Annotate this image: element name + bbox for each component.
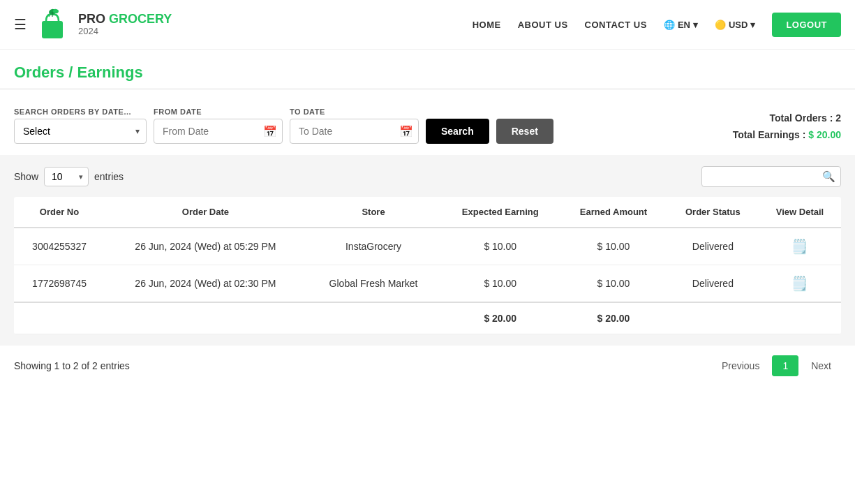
nav-about[interactable]: ABOUT US bbox=[518, 20, 568, 30]
svg-rect-0 bbox=[42, 21, 63, 38]
total-empty-2 bbox=[105, 302, 306, 334]
currency-label: USD bbox=[729, 20, 748, 30]
entries-select-wrapper: 10 25 50 100 ▾ bbox=[44, 167, 89, 186]
to-date-input[interactable] bbox=[290, 119, 419, 144]
cell-earned-amount: $ 10.00 bbox=[560, 265, 667, 303]
currency-button[interactable]: 🟡 USD ▾ bbox=[715, 20, 755, 30]
cell-store: Global Fresh Market bbox=[306, 265, 441, 303]
cell-store: InstaGrocery bbox=[306, 228, 441, 265]
showing-text: Showing 1 to 2 of 2 entries bbox=[14, 360, 130, 371]
cell-expected-earning: $ 10.00 bbox=[440, 228, 560, 265]
view-detail-icon[interactable]: 🗒️ bbox=[791, 239, 808, 254]
col-order-date: Order Date bbox=[105, 197, 306, 228]
search-orders-group: SEARCH ORDERS BY DATE... Select Today Ye… bbox=[14, 108, 147, 144]
col-order-no: Order No bbox=[14, 197, 105, 228]
view-detail-icon[interactable]: 🗒️ bbox=[791, 276, 808, 291]
total-earnings-value: $ 20.00 bbox=[808, 129, 841, 140]
col-order-status: Order Status bbox=[667, 197, 759, 228]
logo-brand: PRO GROCERY bbox=[78, 13, 172, 27]
logo-year: 2024 bbox=[78, 27, 172, 36]
logout-button[interactable]: LOGOUT bbox=[772, 13, 841, 37]
table-controls: Show 10 25 50 100 ▾ entries 🔍 bbox=[14, 166, 841, 187]
col-view-detail: View Detail bbox=[759, 197, 841, 228]
search-orders-label: SEARCH ORDERS BY DATE... bbox=[14, 108, 147, 116]
header-left: ☰ PRO GROCERY 2024 bbox=[14, 7, 172, 42]
show-label: Show bbox=[14, 171, 38, 182]
total-expected: $ 20.00 bbox=[440, 302, 560, 334]
from-date-group: FROM DATE 📅 bbox=[154, 108, 283, 144]
hamburger-icon[interactable]: ☰ bbox=[14, 16, 27, 33]
cell-view-detail[interactable]: 🗒️ bbox=[759, 228, 841, 265]
nav-contact[interactable]: CONTACT US bbox=[585, 20, 647, 30]
logo-icon bbox=[35, 7, 70, 42]
currency-chevron-icon: ▾ bbox=[750, 20, 755, 30]
to-date-group: TO DATE 📅 bbox=[290, 108, 419, 144]
entries-label: entries bbox=[94, 171, 124, 182]
cell-view-detail[interactable]: 🗒️ bbox=[759, 265, 841, 303]
total-empty-1 bbox=[14, 302, 105, 334]
table-search-wrapper: 🔍 bbox=[701, 166, 841, 187]
lang-icon: 🌐 bbox=[664, 20, 675, 30]
col-store: Store bbox=[306, 197, 441, 228]
total-orders-label: Total Orders : bbox=[770, 112, 836, 124]
filter-section: SEARCH ORDERS BY DATE... Select Today Ye… bbox=[0, 101, 855, 155]
cell-earned-amount: $ 10.00 bbox=[560, 228, 667, 265]
page-title: Orders / Earnings bbox=[0, 50, 855, 89]
totals-box: Total Orders : 2 Total Earnings : $ 20.0… bbox=[733, 110, 841, 144]
date-filter-select[interactable]: Select Today Yesterday This Week This Mo… bbox=[14, 119, 147, 144]
total-earned: $ 20.00 bbox=[560, 302, 667, 334]
cell-order-status: Delivered bbox=[667, 228, 759, 265]
total-orders-value: 2 bbox=[835, 112, 841, 124]
nav-home[interactable]: HOME bbox=[473, 20, 501, 30]
lang-label: EN bbox=[678, 20, 690, 30]
next-button[interactable]: Next bbox=[801, 356, 841, 376]
pagination-section: Showing 1 to 2 of 2 entries Previous 1 N… bbox=[0, 346, 855, 386]
total-earnings-line: Total Earnings : $ 20.00 bbox=[733, 127, 841, 144]
from-date-label: FROM DATE bbox=[154, 108, 283, 116]
from-date-wrapper: 📅 bbox=[154, 119, 283, 144]
table-search-icon-button[interactable]: 🔍 bbox=[822, 170, 835, 183]
previous-button[interactable]: Previous bbox=[712, 356, 769, 376]
col-expected-earning: Expected Earning bbox=[440, 197, 560, 228]
from-date-input[interactable] bbox=[154, 119, 283, 144]
logo-text: PRO GROCERY 2024 bbox=[78, 13, 172, 36]
total-empty-4 bbox=[667, 302, 759, 334]
reset-button[interactable]: Reset bbox=[496, 119, 553, 144]
cell-expected-earning: $ 10.00 bbox=[440, 265, 560, 303]
header: ☰ PRO GROCERY 2024 HOME ABOUT US CONTACT… bbox=[0, 0, 855, 50]
cell-order-date: 26 Jun, 2024 (Wed) at 02:30 PM bbox=[105, 265, 306, 303]
table-row: 1772698745 26 Jun, 2024 (Wed) at 02:30 P… bbox=[14, 265, 841, 303]
lang-chevron-icon: ▾ bbox=[693, 20, 698, 30]
total-row: $ 20.00 $ 20.00 bbox=[14, 302, 841, 334]
entries-select[interactable]: 10 25 50 100 bbox=[44, 167, 89, 186]
search-button[interactable]: Search bbox=[426, 119, 489, 144]
show-entries: Show 10 25 50 100 ▾ entries bbox=[14, 167, 124, 186]
table-section: Show 10 25 50 100 ▾ entries 🔍 Order No O… bbox=[0, 155, 855, 346]
cell-order-status: Delivered bbox=[667, 265, 759, 303]
language-button[interactable]: 🌐 EN ▾ bbox=[664, 20, 698, 30]
total-orders-line: Total Orders : 2 bbox=[733, 110, 841, 127]
currency-icon: 🟡 bbox=[715, 20, 726, 30]
page-1-button[interactable]: 1 bbox=[772, 355, 798, 376]
table-search-input[interactable] bbox=[701, 166, 841, 187]
cell-order-no: 1772698745 bbox=[14, 265, 105, 303]
header-nav: HOME ABOUT US CONTACT US 🌐 EN ▾ 🟡 USD ▾ … bbox=[473, 13, 841, 37]
header-row: Order No Order Date Store Expected Earni… bbox=[14, 197, 841, 228]
table-header: Order No Order Date Store Expected Earni… bbox=[14, 197, 841, 228]
to-date-label: TO DATE bbox=[290, 108, 419, 116]
cell-order-date: 26 Jun, 2024 (Wed) at 05:29 PM bbox=[105, 228, 306, 265]
cell-order-no: 3004255327 bbox=[14, 228, 105, 265]
select-wrapper: Select Today Yesterday This Week This Mo… bbox=[14, 119, 147, 144]
total-earnings-label: Total Earnings : bbox=[733, 129, 809, 140]
total-empty-5 bbox=[759, 302, 841, 334]
orders-table: Order No Order Date Store Expected Earni… bbox=[14, 197, 841, 334]
table-row: 3004255327 26 Jun, 2024 (Wed) at 05:29 P… bbox=[14, 228, 841, 265]
col-earned-amount: Earned Amount bbox=[560, 197, 667, 228]
table-body: 3004255327 26 Jun, 2024 (Wed) at 05:29 P… bbox=[14, 228, 841, 334]
divider bbox=[0, 89, 855, 89]
pagination-controls: Previous 1 Next bbox=[712, 355, 841, 376]
total-empty-3 bbox=[306, 302, 441, 334]
to-date-wrapper: 📅 bbox=[290, 119, 419, 144]
